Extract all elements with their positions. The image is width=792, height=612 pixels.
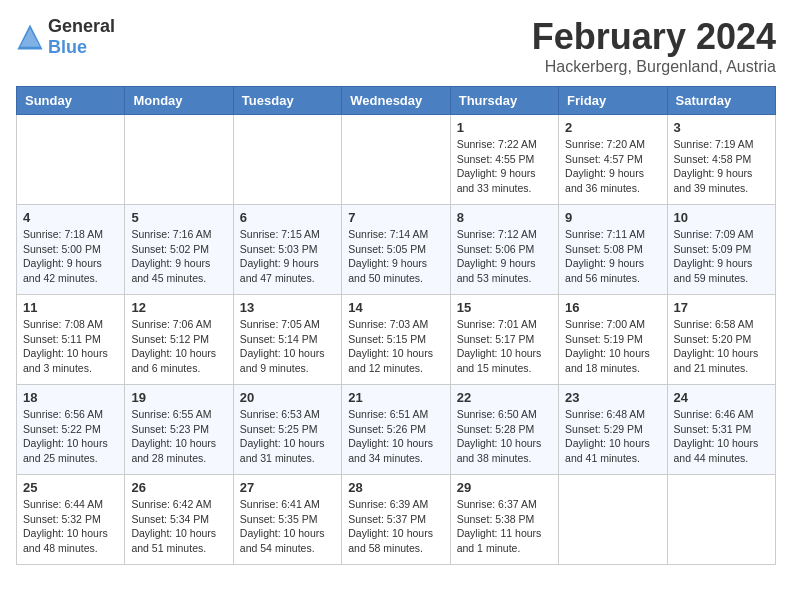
day-info: Sunrise: 6:56 AM Sunset: 5:22 PM Dayligh…: [23, 407, 118, 466]
logo-blue: Blue: [48, 37, 87, 57]
calendar-cell: 11Sunrise: 7:08 AM Sunset: 5:11 PM Dayli…: [17, 295, 125, 385]
day-number: 23: [565, 390, 660, 405]
day-number: 6: [240, 210, 335, 225]
day-info: Sunrise: 6:44 AM Sunset: 5:32 PM Dayligh…: [23, 497, 118, 556]
day-info: Sunrise: 7:14 AM Sunset: 5:05 PM Dayligh…: [348, 227, 443, 286]
calendar-header: Sunday Monday Tuesday Wednesday Thursday…: [17, 87, 776, 115]
day-number: 8: [457, 210, 552, 225]
day-number: 24: [674, 390, 769, 405]
day-info: Sunrise: 7:05 AM Sunset: 5:14 PM Dayligh…: [240, 317, 335, 376]
day-number: 27: [240, 480, 335, 495]
calendar-cell: 19Sunrise: 6:55 AM Sunset: 5:23 PM Dayli…: [125, 385, 233, 475]
day-number: 15: [457, 300, 552, 315]
calendar-cell: 18Sunrise: 6:56 AM Sunset: 5:22 PM Dayli…: [17, 385, 125, 475]
calendar-cell: 1Sunrise: 7:22 AM Sunset: 4:55 PM Daylig…: [450, 115, 558, 205]
calendar-cell: 13Sunrise: 7:05 AM Sunset: 5:14 PM Dayli…: [233, 295, 341, 385]
calendar-cell: 2Sunrise: 7:20 AM Sunset: 4:57 PM Daylig…: [559, 115, 667, 205]
calendar-cell: 3Sunrise: 7:19 AM Sunset: 4:58 PM Daylig…: [667, 115, 775, 205]
day-info: Sunrise: 6:55 AM Sunset: 5:23 PM Dayligh…: [131, 407, 226, 466]
day-number: 29: [457, 480, 552, 495]
calendar-cell: [667, 475, 775, 565]
day-info: Sunrise: 6:46 AM Sunset: 5:31 PM Dayligh…: [674, 407, 769, 466]
calendar-cell: 7Sunrise: 7:14 AM Sunset: 5:05 PM Daylig…: [342, 205, 450, 295]
day-info: Sunrise: 6:48 AM Sunset: 5:29 PM Dayligh…: [565, 407, 660, 466]
day-number: 3: [674, 120, 769, 135]
header: General Blue February 2024 Hackerberg, B…: [16, 16, 776, 76]
col-wednesday: Wednesday: [342, 87, 450, 115]
day-number: 7: [348, 210, 443, 225]
week-row-5: 25Sunrise: 6:44 AM Sunset: 5:32 PM Dayli…: [17, 475, 776, 565]
logo-general: General: [48, 16, 115, 36]
day-info: Sunrise: 7:19 AM Sunset: 4:58 PM Dayligh…: [674, 137, 769, 196]
day-number: 2: [565, 120, 660, 135]
calendar-cell: 14Sunrise: 7:03 AM Sunset: 5:15 PM Dayli…: [342, 295, 450, 385]
day-info: Sunrise: 6:42 AM Sunset: 5:34 PM Dayligh…: [131, 497, 226, 556]
calendar-cell: 29Sunrise: 6:37 AM Sunset: 5:38 PM Dayli…: [450, 475, 558, 565]
calendar-cell: 25Sunrise: 6:44 AM Sunset: 5:32 PM Dayli…: [17, 475, 125, 565]
logo: General Blue: [16, 16, 115, 58]
day-info: Sunrise: 7:11 AM Sunset: 5:08 PM Dayligh…: [565, 227, 660, 286]
day-info: Sunrise: 7:20 AM Sunset: 4:57 PM Dayligh…: [565, 137, 660, 196]
calendar-title: February 2024: [532, 16, 776, 58]
calendar-body: 1Sunrise: 7:22 AM Sunset: 4:55 PM Daylig…: [17, 115, 776, 565]
calendar-cell: 15Sunrise: 7:01 AM Sunset: 5:17 PM Dayli…: [450, 295, 558, 385]
calendar-cell: 24Sunrise: 6:46 AM Sunset: 5:31 PM Dayli…: [667, 385, 775, 475]
day-number: 4: [23, 210, 118, 225]
day-info: Sunrise: 6:53 AM Sunset: 5:25 PM Dayligh…: [240, 407, 335, 466]
col-monday: Monday: [125, 87, 233, 115]
calendar-cell: 16Sunrise: 7:00 AM Sunset: 5:19 PM Dayli…: [559, 295, 667, 385]
calendar-cell: 12Sunrise: 7:06 AM Sunset: 5:12 PM Dayli…: [125, 295, 233, 385]
calendar-cell: 20Sunrise: 6:53 AM Sunset: 5:25 PM Dayli…: [233, 385, 341, 475]
day-info: Sunrise: 6:39 AM Sunset: 5:37 PM Dayligh…: [348, 497, 443, 556]
calendar-cell: 5Sunrise: 7:16 AM Sunset: 5:02 PM Daylig…: [125, 205, 233, 295]
calendar-cell: 28Sunrise: 6:39 AM Sunset: 5:37 PM Dayli…: [342, 475, 450, 565]
col-tuesday: Tuesday: [233, 87, 341, 115]
calendar-cell: 21Sunrise: 6:51 AM Sunset: 5:26 PM Dayli…: [342, 385, 450, 475]
day-info: Sunrise: 6:51 AM Sunset: 5:26 PM Dayligh…: [348, 407, 443, 466]
day-info: Sunrise: 7:15 AM Sunset: 5:03 PM Dayligh…: [240, 227, 335, 286]
day-number: 18: [23, 390, 118, 405]
page-wrapper: General Blue February 2024 Hackerberg, B…: [16, 16, 776, 565]
calendar-cell: 17Sunrise: 6:58 AM Sunset: 5:20 PM Dayli…: [667, 295, 775, 385]
day-info: Sunrise: 7:06 AM Sunset: 5:12 PM Dayligh…: [131, 317, 226, 376]
calendar-cell: 23Sunrise: 6:48 AM Sunset: 5:29 PM Dayli…: [559, 385, 667, 475]
day-number: 9: [565, 210, 660, 225]
logo-icon: [16, 23, 44, 51]
day-info: Sunrise: 7:08 AM Sunset: 5:11 PM Dayligh…: [23, 317, 118, 376]
logo-text: General Blue: [48, 16, 115, 58]
calendar-cell: [233, 115, 341, 205]
day-info: Sunrise: 7:00 AM Sunset: 5:19 PM Dayligh…: [565, 317, 660, 376]
title-section: February 2024 Hackerberg, Burgenland, Au…: [532, 16, 776, 76]
calendar-cell: 10Sunrise: 7:09 AM Sunset: 5:09 PM Dayli…: [667, 205, 775, 295]
week-row-2: 4Sunrise: 7:18 AM Sunset: 5:00 PM Daylig…: [17, 205, 776, 295]
day-number: 22: [457, 390, 552, 405]
day-info: Sunrise: 7:22 AM Sunset: 4:55 PM Dayligh…: [457, 137, 552, 196]
day-number: 11: [23, 300, 118, 315]
day-info: Sunrise: 6:58 AM Sunset: 5:20 PM Dayligh…: [674, 317, 769, 376]
day-number: 16: [565, 300, 660, 315]
day-info: Sunrise: 6:41 AM Sunset: 5:35 PM Dayligh…: [240, 497, 335, 556]
day-number: 12: [131, 300, 226, 315]
day-number: 14: [348, 300, 443, 315]
day-number: 13: [240, 300, 335, 315]
day-info: Sunrise: 7:12 AM Sunset: 5:06 PM Dayligh…: [457, 227, 552, 286]
col-sunday: Sunday: [17, 87, 125, 115]
calendar-table: Sunday Monday Tuesday Wednesday Thursday…: [16, 86, 776, 565]
day-info: Sunrise: 7:03 AM Sunset: 5:15 PM Dayligh…: [348, 317, 443, 376]
calendar-cell: [17, 115, 125, 205]
calendar-cell: [559, 475, 667, 565]
svg-marker-1: [20, 29, 40, 47]
week-row-4: 18Sunrise: 6:56 AM Sunset: 5:22 PM Dayli…: [17, 385, 776, 475]
day-number: 26: [131, 480, 226, 495]
day-number: 28: [348, 480, 443, 495]
col-saturday: Saturday: [667, 87, 775, 115]
day-number: 21: [348, 390, 443, 405]
day-number: 5: [131, 210, 226, 225]
day-number: 17: [674, 300, 769, 315]
calendar-cell: 4Sunrise: 7:18 AM Sunset: 5:00 PM Daylig…: [17, 205, 125, 295]
day-info: Sunrise: 7:01 AM Sunset: 5:17 PM Dayligh…: [457, 317, 552, 376]
day-number: 1: [457, 120, 552, 135]
header-row: Sunday Monday Tuesday Wednesday Thursday…: [17, 87, 776, 115]
col-friday: Friday: [559, 87, 667, 115]
calendar-cell: 8Sunrise: 7:12 AM Sunset: 5:06 PM Daylig…: [450, 205, 558, 295]
